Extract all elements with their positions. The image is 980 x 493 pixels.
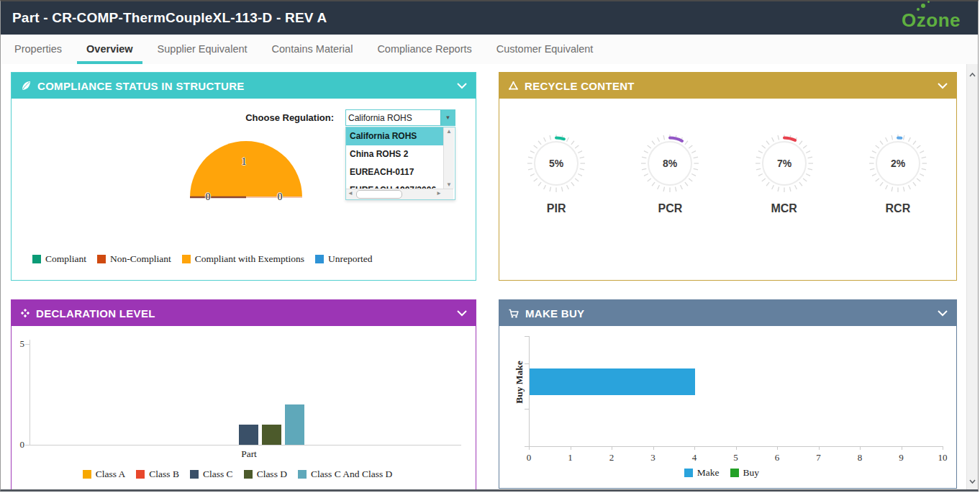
svg-text:2%: 2% — [891, 158, 906, 169]
declaration-legend: Class AClass BClass CClass DClass C And … — [12, 469, 474, 480]
legend-item: Make — [684, 467, 720, 479]
legend-item: Class C And Class D — [298, 469, 392, 480]
legend-item: Class B — [136, 469, 179, 480]
regulation-combobox: ▼ — [345, 109, 455, 126]
scroll-up-icon[interactable] — [967, 67, 978, 80]
y-tick-label: 0 — [12, 439, 24, 451]
combo-dropdown-button[interactable]: ▼ — [440, 110, 455, 125]
legend-label: Class B — [149, 469, 179, 480]
recycle-gauge-pir: 5%PIR — [499, 129, 613, 215]
panel-title: RECYCLE CONTENT — [525, 80, 635, 92]
legend-item: Class D — [244, 469, 287, 480]
x-tick — [736, 446, 737, 450]
make-bar — [530, 368, 695, 395]
x-tick-label: 8 — [849, 452, 871, 463]
legend-label: Buy — [743, 467, 760, 479]
chevron-down-icon[interactable] — [457, 310, 467, 317]
gauge-center-value: 1 — [230, 156, 258, 168]
panel-recycle-content: RECYCLE CONTENT 5%PIR8%PCR7%MCR2%RCR — [499, 72, 957, 281]
dial-svg: 8% — [635, 129, 704, 198]
legend-label: Compliant — [45, 253, 86, 265]
x-tick-label: 0 — [518, 452, 540, 463]
logo-text: Ozone — [902, 9, 961, 31]
legend-label: Unreported — [328, 253, 372, 265]
legend-label: Class C — [203, 469, 233, 480]
tab-supplier-equivalent[interactable]: Supplier Equivalent — [148, 35, 257, 64]
x-tick-label: 3 — [643, 452, 664, 463]
dropdown-option[interactable]: China ROHS 2 — [346, 145, 443, 163]
dropdown-options: California ROHSChina ROHS 2EUREACH-0117E… — [346, 127, 443, 189]
legend-swatch — [244, 470, 253, 479]
page-title: Part - CR-COMP-ThermCoupleXL-113-D - REV… — [1, 10, 327, 26]
dropdown-option[interactable]: EUREACH-1907/2006 — [346, 181, 443, 189]
tab-contains-material[interactable]: Contains Material — [263, 35, 363, 64]
gauge-right-value: 0 — [269, 191, 291, 203]
tab-customer-equivalent[interactable]: Customer Equivalent — [487, 35, 603, 64]
bar-class-c-and-class-d — [285, 404, 304, 445]
semicircle-gauge-svg — [174, 137, 318, 203]
x-tick-label: 4 — [684, 452, 705, 463]
compliance-semicircle-gauge — [174, 137, 318, 203]
choose-regulation-label: Choose Regulation: — [190, 112, 334, 123]
legend-label: Make — [697, 467, 720, 479]
scroll-down-icon[interactable]: ▼ — [444, 181, 454, 188]
scroll-up-icon[interactable]: ▲ — [444, 128, 454, 135]
chevron-down-icon[interactable] — [457, 83, 467, 89]
legend-item: Unreported — [315, 253, 372, 265]
declaration-chart: 05 Part Class AClass BClass CClass DClas… — [12, 326, 476, 489]
dial-svg: 5% — [522, 129, 591, 198]
cart-icon — [508, 308, 520, 319]
scrollbar-thumb[interactable] — [356, 190, 402, 199]
page-scrollbar[interactable] — [966, 64, 978, 489]
dropdown-horizontal-scrollbar[interactable]: ◄ ► — [346, 189, 453, 199]
x-tick — [694, 446, 695, 450]
regulation-input[interactable] — [346, 110, 440, 125]
tab-compliance-reports[interactable]: Compliance Reports — [368, 35, 481, 64]
legend-label: Class D — [257, 469, 287, 480]
dropdown-vertical-scrollbar[interactable]: ▲ ▼ — [443, 127, 454, 189]
x-axis-category-label: Part — [227, 448, 271, 460]
y-axis-tick — [525, 363, 529, 364]
leaf-icon — [20, 80, 32, 91]
diamond-icon — [20, 308, 30, 318]
y-tick — [25, 445, 30, 445]
dropdown-option[interactable]: EUREACH-0117 — [346, 163, 443, 181]
dashboard-content: COMPLIANCE STATUS IN STRUCTURE Choose Re… — [1, 64, 978, 489]
legend-label: Compliant with Exemptions — [195, 253, 304, 265]
legend-item: Non-Compliant — [97, 253, 171, 265]
chevron-down-icon[interactable] — [938, 83, 948, 89]
panel-declaration-header: DECLARATION LEVEL — [12, 300, 476, 326]
compliance-legend: CompliantNon-CompliantCompliant with Exe… — [32, 253, 383, 265]
legend-label: Non-Compliant — [110, 253, 171, 265]
recycle-gauge-pcr: 8%PCR — [613, 129, 727, 215]
tab-overview[interactable]: Overview — [77, 35, 142, 64]
x-tick — [777, 446, 778, 450]
legend-swatch — [730, 469, 739, 477]
x-tick — [571, 446, 571, 450]
y-tick — [25, 344, 30, 345]
dropdown-option[interactable]: California ROHS — [346, 127, 443, 145]
legend-item: Class A — [83, 469, 126, 480]
scroll-left-icon[interactable]: ◄ — [348, 190, 353, 196]
svg-text:5%: 5% — [549, 158, 564, 169]
logo-bubble — [921, 4, 925, 8]
y-axis-tick — [525, 409, 529, 410]
logo-bubble — [927, 1, 930, 3]
panel-recycle-header: RECYCLE CONTENT — [499, 73, 956, 99]
dial-label: MCR — [771, 202, 797, 215]
title-bar: Part - CR-COMP-ThermCoupleXL-113-D - REV… — [1, 1, 978, 35]
recycle-body: 5%PIR8%PCR7%MCR2%RCR — [499, 99, 956, 279]
legend-swatch — [315, 255, 324, 263]
x-tick-label: 10 — [932, 452, 953, 463]
legend-swatch — [97, 255, 106, 263]
scroll-down-icon[interactable] — [967, 474, 978, 487]
legend-label: Class C And Class D — [311, 469, 392, 480]
legend-swatch — [298, 470, 307, 479]
panel-compliance-status: COMPLIANCE STATUS IN STRUCTURE Choose Re… — [11, 72, 476, 281]
chevron-down-icon[interactable] — [938, 310, 948, 317]
panel-make-buy: MAKE BUY Buy Make 012345678910 MakeBuy — [499, 299, 957, 489]
legend-item: Class C — [190, 469, 233, 480]
dial-svg: 2% — [863, 129, 933, 198]
tab-properties[interactable]: Properties — [5, 35, 71, 64]
scroll-right-icon[interactable]: ► — [436, 190, 442, 196]
